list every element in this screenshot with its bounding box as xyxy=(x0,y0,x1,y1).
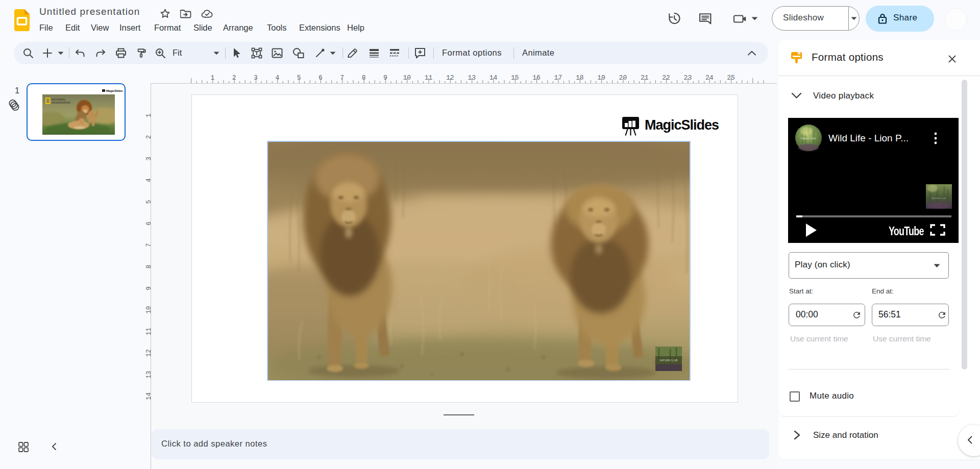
svg-text:NATURE CLUB: NATURE CLUB xyxy=(932,197,946,200)
svg-text:2: 2 xyxy=(232,74,236,82)
svg-text:11: 11 xyxy=(145,328,152,335)
svg-text:4: 4 xyxy=(145,178,152,182)
svg-text:7: 7 xyxy=(340,74,344,82)
svg-text:12: 12 xyxy=(446,74,454,82)
svg-text:9: 9 xyxy=(383,74,387,82)
svg-text:12: 12 xyxy=(145,349,152,357)
svg-text:2: 2 xyxy=(145,135,152,139)
svg-text:13: 13 xyxy=(145,371,152,378)
svg-text:11: 11 xyxy=(424,74,432,82)
svg-text:18: 18 xyxy=(576,74,584,82)
svg-text:5: 5 xyxy=(145,200,152,204)
svg-text:13: 13 xyxy=(468,74,476,82)
svg-text:3: 3 xyxy=(254,74,258,82)
svg-text:21: 21 xyxy=(640,74,648,82)
svg-text:17: 17 xyxy=(554,74,562,82)
svg-text:6: 6 xyxy=(318,74,323,82)
svg-text:1: 1 xyxy=(145,113,152,117)
svg-text:5: 5 xyxy=(297,74,301,82)
svg-text:14: 14 xyxy=(145,392,152,400)
svg-text:4: 4 xyxy=(275,74,279,82)
svg-text:23: 23 xyxy=(683,74,692,82)
svg-text:3: 3 xyxy=(145,157,152,161)
svg-text:14: 14 xyxy=(489,74,497,82)
svg-text:NATIONAL: NATIONAL xyxy=(52,98,66,101)
svg-text:Wild Life - Lion P...: Wild Life - Lion P... xyxy=(828,133,909,143)
svg-text:6: 6 xyxy=(145,221,152,226)
svg-text:10: 10 xyxy=(403,74,411,82)
svg-text:22: 22 xyxy=(662,74,670,82)
svg-text:15: 15 xyxy=(511,74,519,82)
svg-text:GEOGRAPHIC: GEOGRAPHIC xyxy=(52,101,71,104)
svg-text:24: 24 xyxy=(705,74,713,82)
svg-text:8: 8 xyxy=(361,74,365,82)
svg-text:25: 25 xyxy=(727,74,735,82)
svg-text:16: 16 xyxy=(532,74,541,82)
svg-text:20: 20 xyxy=(619,74,627,82)
svg-text:9: 9 xyxy=(145,286,152,290)
svg-text:8: 8 xyxy=(145,265,152,269)
svg-text:Nature Club: Nature Club xyxy=(801,137,816,140)
svg-text:10: 10 xyxy=(145,306,152,313)
svg-text:1: 1 xyxy=(210,74,214,82)
svg-text:NATURE CLUB: NATURE CLUB xyxy=(660,359,678,362)
svg-text:19: 19 xyxy=(597,74,605,82)
svg-text:7: 7 xyxy=(145,243,152,247)
